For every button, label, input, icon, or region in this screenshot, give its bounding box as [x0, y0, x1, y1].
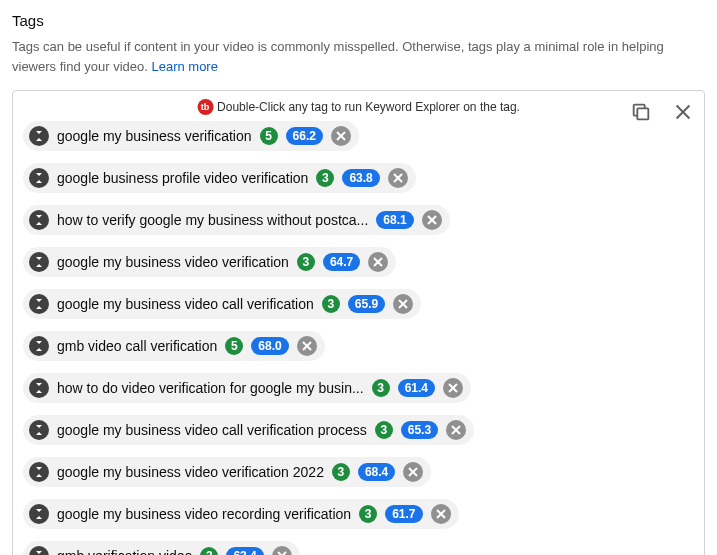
svg-marker-12 [36, 222, 42, 225]
svg-marker-11 [36, 215, 42, 218]
svg-marker-28 [36, 390, 42, 393]
drag-handle-icon[interactable] [29, 546, 49, 555]
clear-all-icon[interactable] [672, 101, 694, 123]
tag-text: google business profile video verificati… [57, 170, 308, 186]
tag-text: how to verify google my business without… [57, 212, 368, 228]
tag-chip[interactable]: google business profile video verificati… [23, 163, 416, 193]
svg-marker-15 [36, 257, 42, 260]
tag-text: google my business video recording verif… [57, 506, 351, 522]
svg-marker-27 [36, 383, 42, 386]
tag-count-badge: 3 [332, 463, 350, 481]
tag-count-badge: 5 [260, 127, 278, 145]
svg-marker-23 [36, 341, 42, 344]
tag-count-badge: 3 [297, 253, 315, 271]
tag-chip[interactable]: google my business verification566.2 [23, 121, 359, 151]
svg-marker-4 [36, 138, 42, 141]
tags-list: google my business verification566.2goog… [23, 121, 694, 555]
tag-chip[interactable]: how to verify google my business without… [23, 205, 450, 235]
tag-chip[interactable]: google my business video verification364… [23, 247, 396, 277]
tag-text: how to do video verification for google … [57, 380, 364, 396]
tag-score-badge: 61.4 [398, 379, 435, 397]
remove-tag-icon[interactable] [446, 420, 466, 440]
svg-marker-43 [36, 551, 42, 554]
tags-container: tb Double-Click any tag to run Keyword E… [12, 90, 705, 555]
section-title: Tags [12, 12, 705, 29]
remove-tag-icon[interactable] [331, 126, 351, 146]
tag-score-badge: 68.4 [358, 463, 395, 481]
svg-marker-3 [36, 131, 42, 134]
drag-handle-icon[interactable] [29, 504, 49, 524]
learn-more-link[interactable]: Learn more [151, 59, 217, 74]
tag-text: google my business verification [57, 128, 252, 144]
drag-handle-icon[interactable] [29, 336, 49, 356]
tag-score-badge: 66.2 [286, 127, 323, 145]
svg-marker-32 [36, 432, 42, 435]
svg-marker-36 [36, 474, 42, 477]
tag-chip[interactable]: gmb video call verification568.0 [23, 331, 325, 361]
tag-chip[interactable]: gmb verification video363.4 [23, 541, 300, 555]
tag-count-badge: 5 [225, 337, 243, 355]
tag-chip[interactable]: google my business video recording verif… [23, 499, 459, 529]
tag-count-badge: 3 [316, 169, 334, 187]
remove-tag-icon[interactable] [297, 336, 317, 356]
drag-handle-icon[interactable] [29, 294, 49, 314]
remove-tag-icon[interactable] [443, 378, 463, 398]
copy-icon[interactable] [630, 101, 652, 123]
svg-marker-19 [36, 299, 42, 302]
section-description: Tags can be useful if content in your vi… [12, 37, 705, 76]
tag-text: google my business video call verificati… [57, 296, 314, 312]
svg-rect-0 [637, 108, 648, 119]
drag-handle-icon[interactable] [29, 378, 49, 398]
tag-count-badge: 3 [375, 421, 393, 439]
tag-chip[interactable]: google my business video verification 20… [23, 457, 431, 487]
remove-tag-icon[interactable] [368, 252, 388, 272]
svg-marker-40 [36, 516, 42, 519]
svg-marker-8 [36, 180, 42, 183]
svg-marker-7 [36, 173, 42, 176]
svg-marker-20 [36, 306, 42, 309]
tag-score-badge: 61.7 [385, 505, 422, 523]
tag-text: gmb verification video [57, 548, 192, 555]
remove-tag-icon[interactable] [431, 504, 451, 524]
tag-chip[interactable]: how to do video verification for google … [23, 373, 471, 403]
svg-marker-35 [36, 467, 42, 470]
remove-tag-icon[interactable] [403, 462, 423, 482]
tag-score-badge: 63.4 [226, 547, 263, 555]
tag-count-badge: 3 [322, 295, 340, 313]
tag-chip[interactable]: google my business video call verificati… [23, 289, 421, 319]
drag-handle-icon[interactable] [29, 462, 49, 482]
drag-handle-icon[interactable] [29, 252, 49, 272]
tag-score-badge: 65.9 [348, 295, 385, 313]
tag-count-badge: 3 [200, 547, 218, 555]
remove-tag-icon[interactable] [393, 294, 413, 314]
drag-handle-icon[interactable] [29, 420, 49, 440]
tag-score-badge: 68.1 [376, 211, 413, 229]
tag-text: gmb video call verification [57, 338, 217, 354]
hint-text: Double-Click any tag to run Keyword Expl… [217, 100, 520, 114]
svg-marker-39 [36, 509, 42, 512]
hint-row: tb Double-Click any tag to run Keyword E… [23, 99, 694, 117]
drag-handle-icon[interactable] [29, 210, 49, 230]
tag-score-badge: 63.8 [342, 169, 379, 187]
drag-handle-icon[interactable] [29, 126, 49, 146]
tag-count-badge: 3 [372, 379, 390, 397]
remove-tag-icon[interactable] [272, 546, 292, 555]
tag-text: google my business video call verificati… [57, 422, 367, 438]
tag-score-badge: 68.0 [251, 337, 288, 355]
tag-score-badge: 64.7 [323, 253, 360, 271]
tag-text: google my business video verification [57, 254, 289, 270]
svg-marker-24 [36, 348, 42, 351]
drag-handle-icon[interactable] [29, 168, 49, 188]
svg-marker-16 [36, 264, 42, 267]
tag-chip[interactable]: google my business video call verificati… [23, 415, 474, 445]
remove-tag-icon[interactable] [422, 210, 442, 230]
tubebuddy-icon: tb [197, 99, 213, 115]
svg-marker-31 [36, 425, 42, 428]
tag-count-badge: 3 [359, 505, 377, 523]
description-text: Tags can be useful if content in your vi… [12, 39, 664, 74]
tag-score-badge: 65.3 [401, 421, 438, 439]
remove-tag-icon[interactable] [388, 168, 408, 188]
tag-text: google my business video verification 20… [57, 464, 324, 480]
